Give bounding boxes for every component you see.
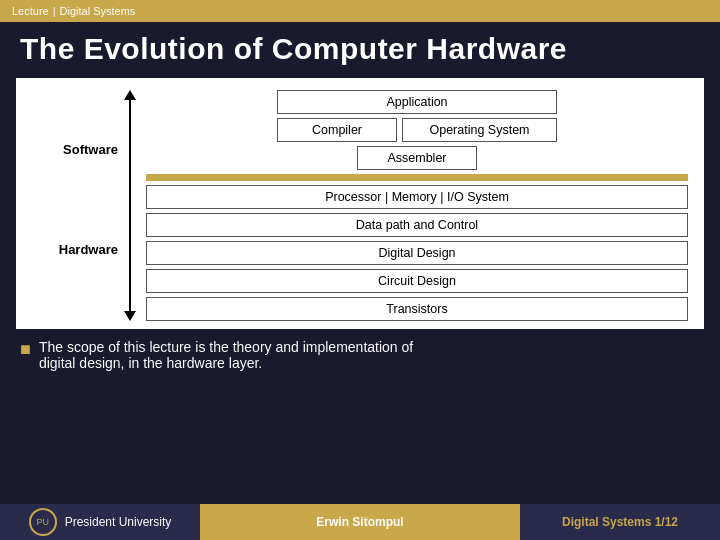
datapath-row: Data path and Control	[146, 213, 688, 237]
digital-row: Digital Design	[146, 241, 688, 265]
lecture-label: Lecture	[12, 5, 49, 17]
diagram-wrapper: Software Hardware Application Compiler O…	[32, 90, 688, 321]
vertical-arrow	[122, 90, 138, 321]
arrow-line	[129, 100, 131, 311]
compiler-box: Compiler	[277, 118, 397, 142]
hardware-label: Hardware	[59, 242, 118, 257]
compiler-os-row: Compiler Operating System	[146, 118, 688, 142]
scope-text-content: The scope of this lecture is the theory …	[39, 339, 413, 371]
digital-box: Digital Design	[146, 241, 688, 265]
diagram-boxes: Application Compiler Operating System As…	[146, 90, 688, 321]
gold-divider	[146, 174, 688, 181]
diagram-section: Software Hardware Application Compiler O…	[16, 78, 704, 329]
transistors-box: Transistors	[146, 297, 688, 321]
footer-left: PU President University	[0, 504, 200, 540]
processor-memory-io-box: Processor | Memory | I/O System	[146, 185, 688, 209]
scope-line1: The scope of this lecture is the theory …	[39, 339, 413, 355]
processor-label: Processor	[325, 190, 381, 204]
circuit-row: Circuit Design	[146, 269, 688, 293]
footer: PU President University Erwin Sitompul D…	[0, 504, 720, 540]
title-bar: The Evolution of Computer Hardware	[0, 22, 720, 78]
university-logo: PU	[29, 508, 57, 536]
university-name: President University	[65, 515, 172, 529]
scope-section: ■ The scope of this lecture is the theor…	[0, 329, 720, 377]
course-label: Digital Systems	[60, 5, 136, 17]
transistors-row: Transistors	[146, 297, 688, 321]
course-page: Digital Systems 1/12	[562, 515, 678, 529]
io-label: I/O System	[447, 190, 509, 204]
application-box: Application	[277, 90, 557, 114]
page-title: The Evolution of Computer Hardware	[20, 32, 700, 66]
circuit-box: Circuit Design	[146, 269, 688, 293]
application-row: Application	[146, 90, 688, 114]
datapath-box: Data path and Control	[146, 213, 688, 237]
divider1: |	[385, 190, 392, 204]
header-bar: Lecture | Digital Systems	[0, 0, 720, 22]
arrow-up-icon	[124, 90, 136, 100]
assembler-box: Assembler	[357, 146, 477, 170]
processor-row: Processor | Memory | I/O System	[146, 185, 688, 209]
memory-label: Memory	[392, 190, 437, 204]
footer-center: Erwin Sitompul	[200, 504, 520, 540]
software-label: Software	[63, 142, 118, 157]
footer-right: Digital Systems 1/12	[520, 504, 720, 540]
scope-text: ■ The scope of this lecture is the theor…	[20, 339, 700, 371]
divider2: |	[440, 190, 447, 204]
separator: |	[53, 5, 56, 17]
arrow-down-icon	[124, 311, 136, 321]
bullet-icon: ■	[20, 340, 31, 358]
assembler-row: Assembler	[146, 146, 688, 170]
author-name: Erwin Sitompul	[316, 515, 403, 529]
scope-line2: digital design, in the hardware layer.	[39, 355, 262, 371]
os-box: Operating System	[402, 118, 557, 142]
